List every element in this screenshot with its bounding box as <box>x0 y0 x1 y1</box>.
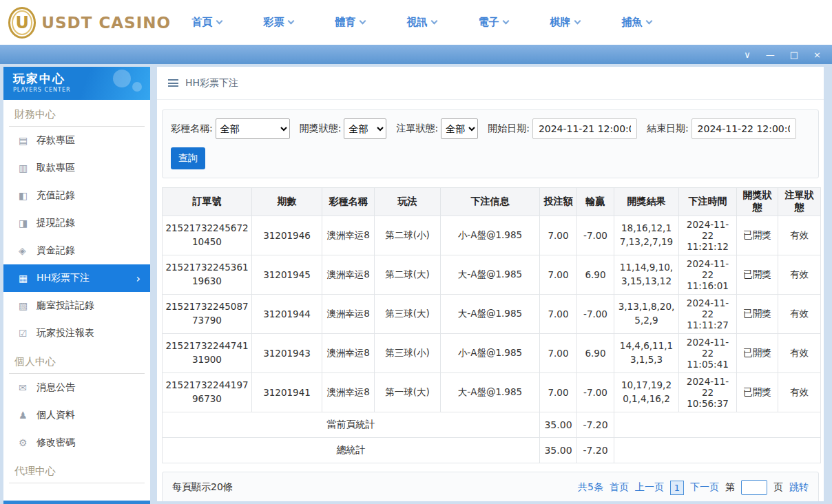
sidebar-item-label: 玩家投注報表 <box>37 327 94 339</box>
sidebar: 玩家中心 PLAYERS CENTER 財務中心▤存款專區▥取款專區◧充值記錄◨… <box>3 67 150 504</box>
nav-item-label: 捕魚 <box>622 16 643 28</box>
cell-bet: 7.00 <box>540 373 577 412</box>
logo[interactable]: U USDT CASINO <box>0 7 171 39</box>
sidebar-item-profile[interactable]: ♟個人資料 <box>3 401 150 429</box>
end-date-input[interactable] <box>691 118 796 139</box>
cell-result: 11,14,9,10,3,15,13,12 <box>614 255 679 295</box>
end-date-label: 結束日期: <box>647 123 689 135</box>
current-page[interactable]: 1 <box>670 481 684 495</box>
table-body: 215217322456721045031201946澳洲幸运8第二球(小)小-… <box>163 216 821 463</box>
maximize-icon[interactable]: □ <box>790 50 798 59</box>
change-password-icon: ⚙ <box>19 437 37 448</box>
cell-period: 31201944 <box>252 295 322 334</box>
cell-result: 3,13,1,8,20,5,2,9 <box>614 295 679 334</box>
nav-item-0[interactable]: 首頁 <box>171 0 242 45</box>
lottery-name-label: 彩種名稱: <box>171 123 213 135</box>
chevron-right-icon: › <box>136 272 141 285</box>
pager: 共5条 首页 上一页 1 下一页 第 页 跳转 <box>578 480 809 495</box>
sidebar-item-label: 取款專區 <box>37 162 75 174</box>
close-icon[interactable]: × <box>813 50 821 59</box>
summary-bet: 35.00 <box>540 438 577 463</box>
cell-result: 14,4,6,11,13,1,5,3 <box>614 334 679 373</box>
sidebar-item-deposit[interactable]: ▤存款專區 <box>3 127 150 154</box>
order-status-select[interactable]: 全部 <box>441 118 478 139</box>
logo-text: USDT CASINO <box>41 14 171 32</box>
sidebar-menu: 財務中心▤存款專區▥取款專區◧充值記錄◨提現記錄◈資金記錄▦HH彩票下注›▧廳室… <box>3 100 150 501</box>
summary-winloss: -7.20 <box>577 438 614 463</box>
cell-time: 2024-11-22 10:56:37 <box>679 373 737 412</box>
start-date-input[interactable] <box>532 118 637 139</box>
cell-bet: 7.00 <box>540 216 577 255</box>
sidebar-item-hall-bet-record[interactable]: ▧廳室投註記錄 <box>3 292 150 319</box>
first-page-link[interactable]: 首页 <box>610 481 629 494</box>
sidebar-item-cashout-record[interactable]: ◨提現記錄 <box>3 209 150 237</box>
jump-prefix-label: 第 <box>725 481 735 494</box>
cell-info: 大-A盤@1.985 <box>441 255 540 295</box>
cell-winloss: -7.00 <box>577 216 614 255</box>
per-page-text: 每頁顯示20條 <box>172 481 233 494</box>
page-jump-input[interactable] <box>741 480 767 495</box>
total-count: 共5条 <box>578 481 603 494</box>
cell-order_status: 有效 <box>778 255 821 295</box>
column-header: 注單狀態 <box>778 188 821 216</box>
cell-order_status: 有效 <box>778 373 821 412</box>
jump-link[interactable]: 跳转 <box>789 481 809 494</box>
summary-bet: 35.00 <box>540 412 577 438</box>
top-nav: 首頁彩票體育視訊電子棋牌捕魚 <box>171 0 672 45</box>
sidebar-item-withdraw[interactable]: ▥取款專區 <box>3 154 150 182</box>
cell-lottery: 澳洲幸运8 <box>322 255 375 295</box>
cell-winloss: -7.00 <box>577 373 614 412</box>
menu-icon[interactable] <box>168 79 178 87</box>
lottery-name-select[interactable]: 全部 <box>216 118 290 139</box>
nav-item-5[interactable]: 棋牌 <box>529 0 601 45</box>
sidebar-item-hh-lottery-bets[interactable]: ▦HH彩票下注› <box>3 264 150 292</box>
sidebar-item-player-bet-report[interactable]: ☑玩家投注報表 <box>3 319 150 347</box>
minimize-icon[interactable]: — <box>766 50 775 59</box>
cell-draw_status: 已開獎 <box>737 295 778 334</box>
pagination-bar: 每頁顯示20條 共5条 首页 上一页 1 下一页 第 页 跳转 <box>162 472 819 501</box>
collapse-icon[interactable]: ∨ <box>744 50 751 59</box>
sidebar-section-title: 代理中心 <box>9 456 145 483</box>
cell-time: 2024-11-22 11:11:27 <box>679 295 737 334</box>
column-header: 投注額 <box>540 188 577 216</box>
cell-order: 2152173224536119630 <box>163 255 252 295</box>
sidebar-section-title: 個人中心 <box>9 347 145 374</box>
sidebar-item-announcements[interactable]: ✉消息公告 <box>3 374 150 401</box>
cell-draw_status: 已開獎 <box>737 255 778 295</box>
nav-item-3[interactable]: 視訊 <box>386 0 457 45</box>
nav-item-6[interactable]: 捕魚 <box>601 0 672 45</box>
sidebar-item-change-password[interactable]: ⚙修改密碼 <box>3 429 150 456</box>
cell-bet: 7.00 <box>540 255 577 295</box>
nav-item-4[interactable]: 電子 <box>457 0 529 45</box>
chevron-down-icon <box>430 18 437 25</box>
draw-status-label: 開獎狀態: <box>300 123 342 135</box>
draw-status-select[interactable]: 全部 <box>344 118 386 139</box>
nav-item-1[interactable]: 彩票 <box>242 0 314 45</box>
filter-row: 彩種名稱:全部開獎狀態:全部注單狀態:全部開始日期:結束日期: <box>171 118 810 139</box>
cell-winloss: 6.90 <box>577 334 614 373</box>
sidebar-item-label: 資金記錄 <box>37 244 75 257</box>
sidebar-item-funds-record[interactable]: ◈資金記錄 <box>3 237 150 264</box>
sidebar-item-label: HH彩票下注 <box>37 272 90 284</box>
chevron-down-icon <box>216 18 222 25</box>
cell-period: 31201945 <box>252 255 322 295</box>
cell-period: 31201946 <box>252 216 322 255</box>
sidebar-item-label: 廳室投註記錄 <box>37 300 94 312</box>
end-date-group: 結束日期: <box>647 118 796 139</box>
next-page-link[interactable]: 下一页 <box>690 481 719 494</box>
nav-item-2[interactable]: 體育 <box>314 0 386 45</box>
cell-order: 2152173224567210450 <box>163 216 252 255</box>
cell-play: 第三球(小) <box>375 334 441 373</box>
column-header: 下注時間 <box>679 188 737 216</box>
cell-order_status: 有效 <box>778 334 821 373</box>
prev-page-link[interactable]: 上一页 <box>635 481 664 494</box>
draw-status-group: 開獎狀態:全部 <box>300 118 387 139</box>
start-date-label: 開始日期: <box>488 123 530 135</box>
funds-record-icon: ◈ <box>19 245 37 256</box>
cell-lottery: 澳洲幸运8 <box>322 295 375 334</box>
jump-suffix-label: 页 <box>773 481 783 494</box>
column-header: 期數 <box>252 188 322 216</box>
sidebar-item-recharge-record[interactable]: ◧充值記錄 <box>3 182 150 209</box>
app-body: 玩家中心 PLAYERS CENTER 財務中心▤存款專區▥取款專區◧充值記錄◨… <box>0 64 832 504</box>
search-button[interactable]: 查詢 <box>171 147 205 169</box>
